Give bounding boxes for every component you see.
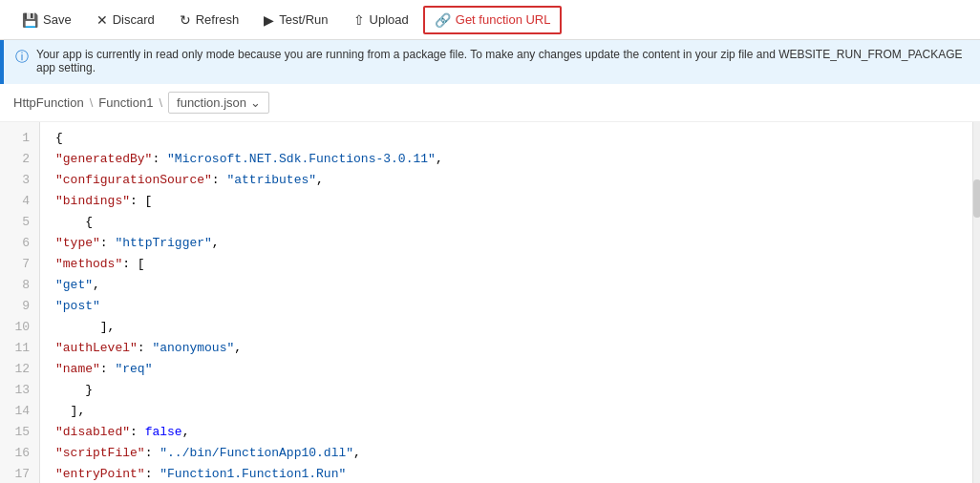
breadcrumb-part2: Function1: [98, 95, 153, 110]
code-line: "generatedBy": "Microsoft.NET.Sdk.Functi…: [40, 149, 972, 170]
editor-area: 123456789101112131415161718 { "generated…: [0, 122, 980, 483]
upload-label: Upload: [370, 12, 409, 27]
link-icon: 🔗: [435, 12, 451, 28]
code-line: "authLevel": "anonymous",: [40, 338, 972, 359]
code-line: ],: [40, 401, 972, 422]
testrun-button[interactable]: ▶ Test/Run: [253, 7, 338, 33]
breadcrumb-sep1: \: [90, 95, 94, 110]
code-line: "disabled": false,: [40, 422, 972, 443]
file-dropdown-label: function.json: [177, 95, 246, 110]
code-line: ],: [40, 317, 972, 338]
refresh-icon: ↻: [180, 12, 191, 28]
code-line: "get",: [40, 275, 972, 296]
code-line: "post": [40, 296, 972, 317]
chevron-down-icon: ⌄: [250, 95, 261, 110]
breadcrumb: HttpFunction \ Function1 \ function.json…: [0, 84, 980, 122]
info-banner-text: Your app is currently in read only mode …: [36, 48, 969, 74]
line-numbers: 123456789101112131415161718: [0, 122, 40, 483]
scrollbar-track[interactable]: [972, 122, 980, 483]
refresh-label: Refresh: [196, 12, 240, 27]
save-icon: 💾: [22, 12, 38, 28]
get-function-url-button[interactable]: 🔗 Get function URL: [423, 6, 563, 34]
discard-icon: ✕: [96, 12, 108, 28]
info-banner: ⓘ Your app is currently in read only mod…: [0, 40, 980, 84]
discard-label: Discard: [113, 12, 155, 27]
breadcrumb-sep2: \: [159, 95, 162, 110]
code-line: "type": "httpTrigger",: [40, 233, 972, 254]
get-function-url-label: Get function URL: [456, 12, 551, 27]
code-line: "methods": [: [40, 254, 972, 275]
code-line: "bindings": [: [40, 191, 972, 212]
save-button[interactable]: 💾 Save: [11, 7, 82, 33]
info-icon: ⓘ: [15, 49, 29, 66]
file-dropdown[interactable]: function.json ⌄: [168, 92, 269, 114]
code-line: "scriptFile": "../bin/FunctionApp10.dll"…: [40, 443, 972, 464]
code-line: {: [40, 128, 972, 149]
code-line: "configurationSource": "attributes",: [40, 170, 972, 191]
scrollbar-thumb[interactable]: [973, 179, 980, 218]
refresh-button[interactable]: ↻ Refresh: [169, 7, 250, 33]
code-line: "name": "req": [40, 359, 972, 380]
upload-button[interactable]: ⇧ Upload: [343, 7, 419, 33]
discard-button[interactable]: ✕ Discard: [86, 7, 165, 33]
testrun-label: Test/Run: [279, 12, 328, 27]
save-label: Save: [43, 12, 72, 27]
breadcrumb-part1: HttpFunction: [13, 95, 84, 110]
code-line: {: [40, 212, 972, 233]
code-content[interactable]: { "generatedBy": "Microsoft.NET.Sdk.Func…: [40, 122, 972, 483]
upload-icon: ⇧: [353, 12, 365, 28]
testrun-icon: ▶: [264, 12, 274, 28]
toolbar: 💾 Save ✕ Discard ↻ Refresh ▶ Test/Run ⇧ …: [0, 0, 980, 40]
code-line: }: [40, 380, 972, 401]
code-line: "entryPoint": "Function1.Function1.Run": [40, 464, 972, 483]
